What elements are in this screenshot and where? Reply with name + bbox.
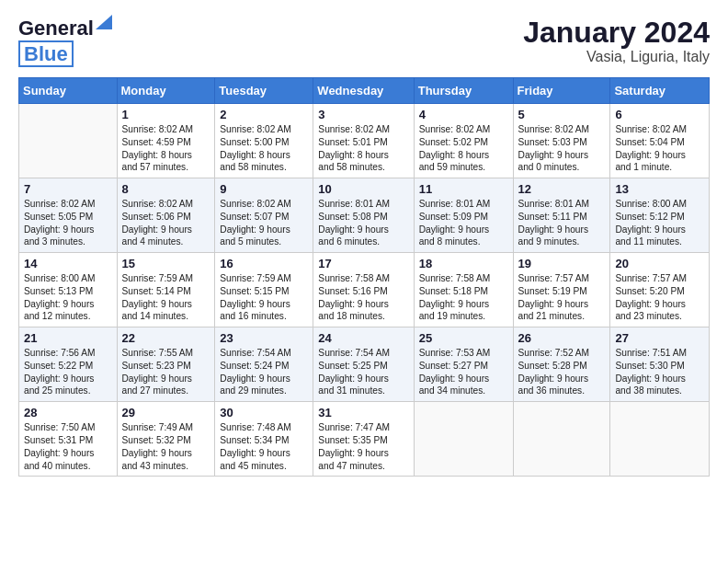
day-info: Sunrise: 8:02 AMSunset: 4:59 PMDaylight:… <box>122 123 210 174</box>
day-of-week-sunday: Sunday <box>19 78 118 104</box>
day-number: 4 <box>419 108 508 121</box>
day-number: 27 <box>615 331 704 345</box>
week-row-5: 28Sunrise: 7:50 AMSunset: 5:31 PMDayligh… <box>19 402 710 477</box>
day-info: Sunrise: 7:50 AMSunset: 5:31 PMDaylight:… <box>24 421 112 472</box>
calendar-cell: 19Sunrise: 7:57 AMSunset: 5:19 PMDayligh… <box>513 253 610 327</box>
day-number: 5 <box>518 108 606 121</box>
calendar-cell: 14Sunrise: 8:00 AMSunset: 5:13 PMDayligh… <box>19 253 118 327</box>
day-info: Sunrise: 7:58 AMSunset: 5:16 PMDaylight:… <box>318 272 408 323</box>
calendar-cell: 25Sunrise: 7:53 AMSunset: 5:27 PMDayligh… <box>414 327 513 402</box>
day-number: 31 <box>318 406 408 419</box>
calendar-cell <box>414 402 513 477</box>
day-number: 30 <box>220 406 308 419</box>
calendar-cell: 31Sunrise: 7:47 AMSunset: 5:35 PMDayligh… <box>313 402 414 477</box>
calendar-cell: 28Sunrise: 7:50 AMSunset: 5:31 PMDayligh… <box>19 402 118 477</box>
day-info: Sunrise: 7:49 AMSunset: 5:32 PMDaylight:… <box>122 421 210 472</box>
day-info: Sunrise: 8:02 AMSunset: 5:03 PMDaylight:… <box>518 123 606 174</box>
day-info: Sunrise: 7:54 AMSunset: 5:25 PMDaylight:… <box>318 347 408 397</box>
day-number: 10 <box>318 182 408 196</box>
day-info: Sunrise: 8:02 AMSunset: 5:06 PMDaylight:… <box>122 198 210 248</box>
calendar-cell: 29Sunrise: 7:49 AMSunset: 5:32 PMDayligh… <box>117 402 215 477</box>
logo-general: General <box>18 17 94 40</box>
calendar-subtitle: Vasia, Liguria, Italy <box>523 49 710 65</box>
day-info: Sunrise: 7:47 AMSunset: 5:35 PMDaylight:… <box>318 421 408 472</box>
week-row-3: 14Sunrise: 8:00 AMSunset: 5:13 PMDayligh… <box>19 253 710 327</box>
day-number: 12 <box>518 182 606 196</box>
calendar-cell <box>513 402 610 477</box>
day-number: 25 <box>419 331 508 345</box>
day-number: 24 <box>318 331 408 345</box>
day-number: 20 <box>615 257 704 270</box>
day-info: Sunrise: 7:59 AMSunset: 5:14 PMDaylight:… <box>122 272 210 323</box>
logo-icon <box>96 15 112 29</box>
calendar-cell: 2Sunrise: 8:02 AMSunset: 5:00 PMDaylight… <box>215 104 313 178</box>
calendar-cell <box>19 104 118 178</box>
day-info: Sunrise: 7:53 AMSunset: 5:27 PMDaylight:… <box>419 347 508 397</box>
day-of-week-wednesday: Wednesday <box>313 78 414 104</box>
day-info: Sunrise: 8:02 AMSunset: 5:00 PMDaylight:… <box>220 123 308 174</box>
day-number: 3 <box>318 108 408 121</box>
logo-blue: Blue <box>18 40 74 67</box>
day-of-week-monday: Monday <box>117 78 215 104</box>
calendar-cell: 22Sunrise: 7:55 AMSunset: 5:23 PMDayligh… <box>117 327 215 402</box>
day-info: Sunrise: 7:54 AMSunset: 5:24 PMDaylight:… <box>220 347 308 397</box>
logo: General Blue <box>18 17 94 66</box>
day-of-week-thursday: Thursday <box>414 78 513 104</box>
day-number: 15 <box>122 257 210 270</box>
day-info: Sunrise: 7:59 AMSunset: 5:15 PMDaylight:… <box>220 272 308 323</box>
day-number: 26 <box>518 331 606 345</box>
day-of-week-saturday: Saturday <box>610 78 710 104</box>
svg-marker-0 <box>96 15 112 29</box>
calendar-cell: 6Sunrise: 8:02 AMSunset: 5:04 PMDaylight… <box>610 104 710 178</box>
day-number: 8 <box>122 182 210 196</box>
calendar-cell: 1Sunrise: 8:02 AMSunset: 4:59 PMDaylight… <box>117 104 215 178</box>
day-number: 29 <box>122 406 210 419</box>
day-number: 14 <box>24 257 112 270</box>
calendar-cell: 4Sunrise: 8:02 AMSunset: 5:02 PMDaylight… <box>414 104 513 178</box>
calendar-cell: 15Sunrise: 7:59 AMSunset: 5:14 PMDayligh… <box>117 253 215 327</box>
day-number: 2 <box>220 108 308 121</box>
day-number: 23 <box>220 331 308 345</box>
day-info: Sunrise: 7:52 AMSunset: 5:28 PMDaylight:… <box>518 347 606 397</box>
calendar-cell <box>610 402 710 477</box>
calendar-cell: 24Sunrise: 7:54 AMSunset: 5:25 PMDayligh… <box>313 327 414 402</box>
day-number: 7 <box>24 182 112 196</box>
day-number: 21 <box>24 331 112 345</box>
week-row-2: 7Sunrise: 8:02 AMSunset: 5:05 PMDaylight… <box>19 178 710 253</box>
day-number: 18 <box>419 257 508 270</box>
day-info: Sunrise: 7:48 AMSunset: 5:34 PMDaylight:… <box>220 421 308 472</box>
calendar-cell: 20Sunrise: 7:57 AMSunset: 5:20 PMDayligh… <box>610 253 710 327</box>
day-info: Sunrise: 7:56 AMSunset: 5:22 PMDaylight:… <box>24 347 112 397</box>
day-info: Sunrise: 7:51 AMSunset: 5:30 PMDaylight:… <box>615 347 704 397</box>
day-number: 28 <box>24 406 112 419</box>
day-info: Sunrise: 8:00 AMSunset: 5:13 PMDaylight:… <box>24 272 112 323</box>
calendar-cell: 16Sunrise: 7:59 AMSunset: 5:15 PMDayligh… <box>215 253 313 327</box>
calendar-cell: 3Sunrise: 8:02 AMSunset: 5:01 PMDaylight… <box>313 104 414 178</box>
day-info: Sunrise: 8:01 AMSunset: 5:08 PMDaylight:… <box>318 198 408 248</box>
header: General Blue January 2024 Vasia, Liguria… <box>18 17 710 66</box>
day-number: 11 <box>419 182 508 196</box>
calendar-cell: 5Sunrise: 8:02 AMSunset: 5:03 PMDaylight… <box>513 104 610 178</box>
calendar-cell: 7Sunrise: 8:02 AMSunset: 5:05 PMDaylight… <box>19 178 118 253</box>
calendar-cell: 13Sunrise: 8:00 AMSunset: 5:12 PMDayligh… <box>610 178 710 253</box>
day-of-week-tuesday: Tuesday <box>215 78 313 104</box>
calendar-cell: 8Sunrise: 8:02 AMSunset: 5:06 PMDaylight… <box>117 178 215 253</box>
day-number: 9 <box>220 182 308 196</box>
day-info: Sunrise: 7:58 AMSunset: 5:18 PMDaylight:… <box>419 272 508 323</box>
calendar-cell: 17Sunrise: 7:58 AMSunset: 5:16 PMDayligh… <box>313 253 414 327</box>
calendar-cell: 11Sunrise: 8:01 AMSunset: 5:09 PMDayligh… <box>414 178 513 253</box>
calendar-cell: 30Sunrise: 7:48 AMSunset: 5:34 PMDayligh… <box>215 402 313 477</box>
day-info: Sunrise: 8:02 AMSunset: 5:02 PMDaylight:… <box>419 123 508 174</box>
calendar-cell: 10Sunrise: 8:01 AMSunset: 5:08 PMDayligh… <box>313 178 414 253</box>
calendar-cell: 27Sunrise: 7:51 AMSunset: 5:30 PMDayligh… <box>610 327 710 402</box>
day-info: Sunrise: 8:02 AMSunset: 5:05 PMDaylight:… <box>24 198 112 248</box>
day-info: Sunrise: 7:57 AMSunset: 5:20 PMDaylight:… <box>615 272 704 323</box>
day-info: Sunrise: 8:00 AMSunset: 5:12 PMDaylight:… <box>615 198 704 248</box>
day-info: Sunrise: 7:57 AMSunset: 5:19 PMDaylight:… <box>518 272 606 323</box>
calendar-cell: 21Sunrise: 7:56 AMSunset: 5:22 PMDayligh… <box>19 327 118 402</box>
day-number: 6 <box>615 108 704 121</box>
day-number: 17 <box>318 257 408 270</box>
day-number: 16 <box>220 257 308 270</box>
day-number: 1 <box>122 108 210 121</box>
calendar-table: SundayMondayTuesdayWednesdayThursdayFrid… <box>18 77 710 477</box>
